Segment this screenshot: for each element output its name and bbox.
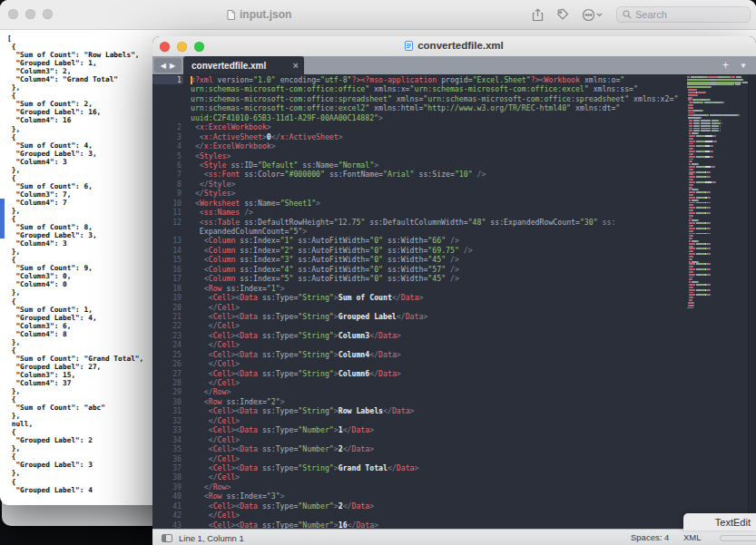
code-line[interactable]: <?xml version="1.0" encoding="utf-8"?><?…: [191, 75, 685, 84]
window-title: input.json: [227, 8, 291, 21]
tab-label: convertedfile.xml: [191, 61, 266, 71]
code-area[interactable]: <?xml version="1.0" encoding="utf-8"?><?…: [191, 75, 685, 529]
back-icon[interactable]: ◀: [161, 62, 166, 70]
code-line[interactable]: </Cell>: [191, 472, 685, 482]
xml-document-icon: [405, 41, 413, 51]
desktop: input.json Search [: [0, 0, 756, 545]
tag-button[interactable]: [556, 8, 569, 21]
status-bar-control: [720, 535, 756, 541]
code-line[interactable]: </Cell>: [191, 511, 685, 520]
code-line[interactable]: <ss:Table ss:DefaultRowHeight="12.75" ss…: [191, 218, 685, 227]
code-line[interactable]: </Style>: [191, 180, 685, 189]
code-line[interactable]: <Styles>: [191, 151, 685, 161]
search-input[interactable]: Search: [616, 6, 751, 23]
code-line[interactable]: </x:ExcelWorkbook>: [191, 141, 685, 151]
tab-history-nav[interactable]: ◀ ▶: [154, 58, 182, 73]
line-number-gutter: 1234567891011121314151617181920212223242…: [152, 75, 183, 529]
code-line[interactable]: <Cell><Data ss:Type="String">Row Labels<…: [191, 406, 685, 415]
new-tab-button[interactable]: +: [722, 59, 729, 72]
code-line[interactable]: <Row ss:Index="3">: [191, 491, 685, 501]
code-line[interactable]: </Cell>: [191, 435, 685, 444]
close-window-button[interactable]: [8, 9, 18, 19]
editor-window-title: convertedfile.xml: [152, 40, 756, 51]
editor-window: convertedfile.xml ◀ ▶ convertedfile.xml …: [152, 36, 756, 545]
code-line[interactable]: uuid:C2F41010-65B3-11d1-A29F-00AA00C1488…: [191, 113, 685, 122]
indent-setting[interactable]: Spaces: 4: [631, 532, 669, 542]
textedit-toolbar: input.json Search: [0, 0, 756, 30]
minimap[interactable]: [687, 76, 749, 309]
status-bar: Line 1, Column 1 Spaces: 4 XML: [152, 529, 756, 545]
code-line[interactable]: <Cell><Data ss:Type="String">Column6</Da…: [191, 369, 685, 378]
code-line[interactable]: <Column ss:Index="4" ss:AutoFitWidth="0"…: [191, 265, 685, 274]
window-controls[interactable]: [8, 9, 53, 19]
forward-icon[interactable]: ▶: [170, 62, 175, 70]
editor-window-title-text: convertedfile.xml: [417, 40, 504, 51]
code-line[interactable]: </Row>: [191, 482, 685, 491]
syntax-mode[interactable]: XML: [683, 532, 702, 542]
cursor-position: Line 1, Column 1: [179, 533, 244, 543]
code-line[interactable]: <Worksheet ss:Name="Sheet1">: [191, 199, 685, 208]
document-proxy-icon: [227, 10, 235, 20]
code-line[interactable]: <ss:Names />: [191, 208, 685, 217]
code-line[interactable]: <Row ss:Index="1">: [191, 284, 685, 293]
tab-controls: + ▼: [722, 56, 756, 74]
code-line[interactable]: </Cell>: [191, 340, 685, 349]
window-title-text: input.json: [240, 8, 291, 21]
share-button[interactable]: [532, 8, 544, 22]
zoom-window-button[interactable]: [43, 9, 53, 19]
code-line[interactable]: <Cell><Data ss:Type="String">Grand Total…: [191, 463, 685, 472]
code-line[interactable]: <Cell><Data ss:Type="String">Column3</Da…: [191, 331, 685, 340]
search-placeholder: Search: [635, 9, 667, 20]
code-line[interactable]: </Cell>: [191, 454, 685, 463]
code-line[interactable]: urn:schemas-microsoft-com:office:excel2"…: [191, 103, 685, 112]
code-line[interactable]: <Column ss:Index="2" ss:AutoFitWidth="0"…: [191, 246, 685, 255]
search-icon: [623, 10, 632, 19]
code-line[interactable]: <x:ActiveSheet>0</x:ActiveSheet>: [191, 132, 685, 141]
code-line[interactable]: <Cell><Data ss:Type="Number">16</Data>: [191, 521, 685, 529]
code-line[interactable]: <Column ss:Index="3" ss:AutoFitWidth="0"…: [191, 255, 685, 264]
vertical-scrollbar[interactable]: [748, 74, 756, 529]
code-line[interactable]: <Cell><Data ss:Type="String">Grouped Lab…: [191, 312, 685, 321]
close-tab-icon[interactable]: ×: [293, 61, 299, 71]
code-line[interactable]: <ss:Font ss:Color="#000000" ss:FontName=…: [191, 170, 685, 179]
editor-titlebar: convertedfile.xml: [152, 36, 756, 57]
code-line[interactable]: <Cell><Data ss:Type="Number">1</Data>: [191, 425, 685, 434]
code-line[interactable]: <Cell><Data ss:Type="Number">2</Data>: [191, 444, 685, 453]
code-line[interactable]: <Cell><Data ss:Type="Number">2</Data>: [191, 501, 685, 511]
more-actions-button[interactable]: [582, 8, 604, 22]
sidebar-toggle-icon[interactable]: [162, 534, 172, 542]
code-line[interactable]: </Cell>: [191, 303, 685, 312]
code-line[interactable]: <Column ss:Index="5" ss:AutoFitWidth="0"…: [191, 274, 685, 283]
code-line[interactable]: <Cell><Data ss:Type="String">Column4</Da…: [191, 350, 685, 359]
code-line[interactable]: </Styles>: [191, 189, 685, 198]
toolbar-actions: Search: [532, 0, 751, 29]
tab-bar: ◀ ▶ convertedfile.xml × + ▼: [152, 56, 756, 74]
code-line[interactable]: </Cell>: [191, 359, 685, 368]
tab-list-dropdown-icon[interactable]: ▼: [740, 62, 747, 70]
code-line[interactable]: <Cell><Data ss:Type="String">Sum of Coun…: [191, 293, 685, 302]
code-line[interactable]: ExpandedColumnCount="5">: [191, 227, 685, 236]
code-line[interactable]: <Column ss:Index="1" ss:AutoFitWidth="0"…: [191, 236, 685, 245]
code-line[interactable]: urn:schemas-microsoft-com:office:spreads…: [191, 94, 685, 103]
tab-convertedfile-xml[interactable]: convertedfile.xml ×: [183, 56, 304, 74]
code-line[interactable]: </Cell>: [191, 378, 685, 387]
textedit-app-label[interactable]: TextEdit: [683, 513, 756, 530]
code-line[interactable]: urn:schemas-microsoft-com:office:office"…: [191, 84, 685, 93]
minimize-window-button[interactable]: [25, 9, 35, 19]
code-line[interactable]: <Row ss:Index="2">: [191, 397, 685, 406]
code-line[interactable]: <x:ExcelWorkbook>: [191, 122, 685, 131]
code-line[interactable]: </Cell>: [191, 416, 685, 425]
code-line[interactable]: <Style ss:ID="Default" ss:Name="Normal">: [191, 161, 685, 170]
window-edge-accent: [0, 199, 5, 238]
code-line[interactable]: </Cell>: [191, 321, 685, 330]
code-line[interactable]: </Row>: [191, 387, 685, 396]
editor-pane[interactable]: 1234567891011121314151617181920212223242…: [152, 74, 756, 529]
